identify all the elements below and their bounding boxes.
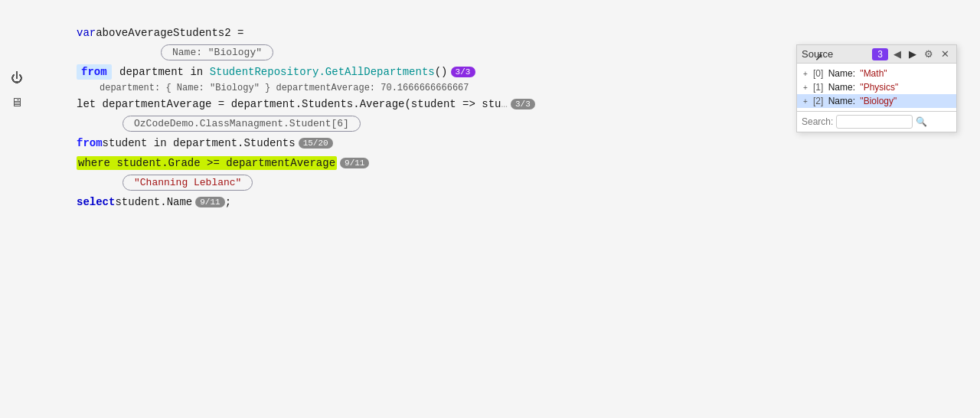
val-0: "Math" <box>858 68 887 79</box>
teal-method-1: StudentRepository.GetAllDepartments <box>210 66 435 78</box>
select-semi: ; <box>225 196 231 208</box>
index-0: [0] <box>813 68 823 79</box>
display-icon[interactable]: 🖥 <box>8 93 26 112</box>
from-code-2: student in department.Students <box>103 137 296 149</box>
left-toolbar: ⏻ 🖥 <box>8 69 26 112</box>
key-1: Name: <box>825 82 855 93</box>
badge-where: 9/11 <box>340 158 369 168</box>
code-line-select: select student.Name 9/11 ; <box>77 192 980 212</box>
val-2: "Biology" <box>858 96 897 106</box>
var-keyword: var <box>77 27 96 39</box>
badge-select: 9/11 <box>195 197 224 207</box>
val-1: "Physics" <box>858 82 898 93</box>
tooltip-class: OzCodeDemo.ClassManagment.Student[6] <box>122 116 361 132</box>
tooltip-name-label: Name: "Biology" <box>172 47 262 58</box>
code-line-1: var aboveAverageStudents2 = <box>77 23 980 43</box>
source-nav-next[interactable]: ▶ <box>906 47 919 60</box>
select-keyword: select <box>77 196 115 208</box>
search-label: Search: <box>802 116 833 127</box>
expand-icon-1: + <box>803 83 811 92</box>
from-keyword-2: from <box>77 137 103 149</box>
source-pin-btn[interactable]: ⚙ <box>922 47 936 60</box>
let-ellipsis: … <box>501 98 508 110</box>
badge-from1: 3/3 <box>451 67 475 77</box>
expand-icon-2: + <box>803 97 811 106</box>
where-highlighted: where student.Grade >= departmentAverage <box>77 156 337 170</box>
from-keyword-1: from <box>81 66 107 78</box>
where-code: where student.Grade >= departmentAverage <box>78 157 335 169</box>
tooltip-biology: Name: "Biology" <box>161 44 273 60</box>
key-0: Name: <box>825 68 855 79</box>
select-code: student.Name <box>115 196 192 208</box>
code-line-where: where student.Grade >= departmentAverage… <box>77 153 980 173</box>
badge-let: 3/3 <box>511 99 535 109</box>
source-nav-prev[interactable]: ◀ <box>891 47 903 60</box>
index-1: [1] <box>813 82 823 93</box>
tree-item-1[interactable]: + [1] Name: "Physics" <box>797 80 956 94</box>
search-magnifier-icon: 🔍 <box>916 116 927 128</box>
from-parens: () <box>435 66 448 78</box>
search-box: Search: 🔍 <box>797 111 956 132</box>
expand-icon-0: + <box>803 70 811 78</box>
power-icon[interactable]: ⏻ <box>8 69 26 87</box>
key-2: Name: <box>825 96 855 106</box>
source-panel: Source 3 ◀ ▶ ⚙ ✕ + [0] Name: "Math" + [1… <box>796 44 957 132</box>
tree-item-0[interactable]: + [0] Name: "Math" <box>797 67 956 80</box>
badge-from2: 15/20 <box>299 138 333 149</box>
let-code: let departmentAverage = department.Stude… <box>77 98 501 110</box>
source-close-btn[interactable]: ✕ <box>939 47 952 60</box>
code-text-1: aboveAverageStudents2 = <box>96 27 243 39</box>
index-2: [2] <box>813 96 823 106</box>
tooltip-channing: "Channing Leblanc" <box>122 175 253 191</box>
tooltip-class-label: OzCodeDemo.ClassManagment.Student[6] <box>134 118 349 129</box>
source-tree: + [0] Name: "Math" + [1] Name: "Physics"… <box>797 64 956 111</box>
code-line-from2: from student in department.Students 15/2… <box>77 133 980 153</box>
tooltip-channing-row: "Channing Leblanc" <box>122 173 980 192</box>
from-code-1: department in <box>113 66 210 78</box>
source-label: Source <box>802 48 869 60</box>
tree-item-2[interactable]: + [2] Name: "Biology" <box>797 94 956 108</box>
tooltip-channing-label: "Channing Leblanc" <box>134 177 241 188</box>
source-count-badge: 3 <box>872 48 888 60</box>
source-panel-header: Source 3 ◀ ▶ ⚙ ✕ <box>797 45 956 64</box>
search-input[interactable] <box>836 115 913 129</box>
